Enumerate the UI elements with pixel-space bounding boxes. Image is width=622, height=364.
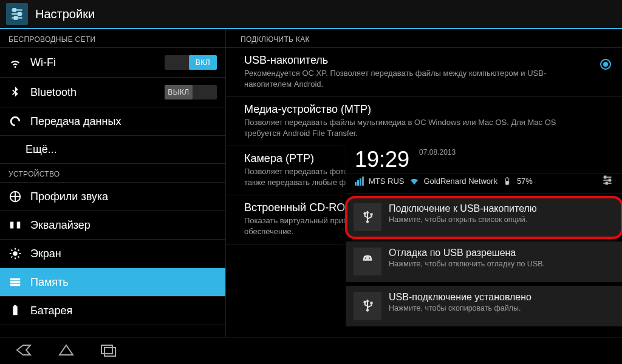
svg-rect-34: [101, 345, 112, 354]
equalizer-icon: [9, 218, 22, 232]
svg-rect-20: [10, 284, 21, 286]
svg-rect-5: [15, 16, 17, 19]
battery-icon: [9, 304, 22, 317]
nav-home-button[interactable]: [57, 343, 75, 359]
sound-profiles-icon: [9, 190, 22, 203]
page-title: Настройки: [35, 7, 95, 21]
svg-line-17: [11, 257, 12, 258]
quick-settings-button[interactable]: [601, 174, 613, 188]
wifi-toggle[interactable]: ВКЛ: [165, 55, 217, 70]
sidebar-item-label: Wi-Fi: [30, 56, 156, 69]
wifi-icon: [9, 56, 22, 69]
notification-shade: 19:29 07.08.2013 MTS RUS GoldRenard Netw…: [346, 143, 622, 326]
sidebar-item-label: Эквалайзер: [30, 219, 217, 232]
action-bar: Настройки: [0, 0, 622, 29]
usb-icon: [354, 203, 381, 231]
shade-status-icons: MTS RUS GoldRenard Network 57%: [346, 174, 622, 194]
sidebar-item-label: Батарея: [30, 305, 217, 317]
sidebar-item-label: Память: [30, 276, 217, 289]
sidebar-item-label: Передача данных: [30, 115, 217, 128]
svg-line-16: [18, 249, 19, 251]
sidebar-item-storage[interactable]: Память: [0, 268, 225, 297]
notification-title: USB-подключение установлено: [389, 292, 531, 303]
notification-desc: Нажмите, чтобы отключить отладку по USB.: [389, 260, 545, 268]
sidebar-item-datausage[interactable]: Передача данных: [0, 107, 225, 136]
sidebar-item-label: Bluetooth: [30, 86, 156, 99]
svg-rect-18: [10, 278, 21, 281]
notification-usb-storage[interactable]: Подключение к USB-накопителю Нажмите, чт…: [346, 197, 622, 238]
usb-icon: [354, 292, 381, 320]
system-navbar: [0, 337, 622, 364]
option-title: USB-накопитель: [244, 54, 593, 67]
settings-sidebar: БЕСПРОВОДНЫЕ СЕТИ Wi-Fi ВКЛ Bluetooth ВЫ…: [0, 29, 226, 337]
android-icon: [354, 248, 381, 275]
option-desc: Рекомендуется ОС XP. Позволяет передават…: [244, 68, 566, 89]
svg-rect-30: [609, 179, 611, 181]
svg-line-15: [18, 257, 19, 258]
option-mtp[interactable]: Медиа-устройство (MTP) Позволяет передав…: [226, 97, 622, 146]
svg-rect-1: [13, 8, 16, 11]
sidebar-item-wifi[interactable]: Wi-Fi ВКЛ: [0, 48, 225, 78]
sidebar-item-label: Профили звука: [30, 190, 217, 203]
sidebar-item-label: Экран: [30, 248, 217, 260]
wifi-network-label: GoldRenard Network: [424, 177, 497, 186]
svg-rect-21: [13, 306, 17, 315]
cell-signal-icon: [355, 177, 364, 186]
svg-point-32: [365, 258, 366, 259]
notification-adb[interactable]: Отладка по USB разрешена Нажмите, чтобы …: [346, 241, 622, 282]
nav-recents-button[interactable]: [100, 343, 118, 359]
svg-rect-35: [104, 348, 115, 356]
section-header-device: УСТРОЙСТВО: [0, 164, 225, 183]
option-title: Медиа-устройство (MTP): [244, 103, 611, 116]
sidebar-item-bluetooth[interactable]: Bluetooth ВЫКЛ: [0, 78, 225, 107]
svg-rect-22: [14, 305, 16, 306]
svg-rect-24: [506, 181, 508, 184]
sidebar-item-sound[interactable]: Профили звука: [0, 183, 225, 211]
bluetooth-icon: [9, 86, 22, 99]
battery-pct-label: 57%: [517, 177, 533, 186]
section-header-connect-as: ПОДКЛЮЧИТЬ КАК: [226, 29, 622, 48]
sidebar-item-display[interactable]: Экран: [0, 240, 225, 268]
notification-desc: Нажмите, чтобы открыть список опций.: [389, 215, 537, 224]
status-date: 07.08.2013: [419, 148, 456, 157]
carrier-label: MTS RUS: [369, 177, 405, 186]
notification-title: Подключение к USB-накопителю: [389, 203, 537, 214]
svg-rect-29: [604, 176, 606, 178]
storage-icon: [9, 275, 22, 289]
svg-point-33: [369, 258, 370, 259]
svg-line-14: [11, 249, 12, 251]
svg-point-9: [13, 251, 17, 255]
wifi-signal-icon: [409, 177, 419, 186]
section-header-wireless: БЕСПРОВОДНЫЕ СЕТИ: [0, 29, 225, 48]
sidebar-item-battery[interactable]: Батарея: [0, 297, 225, 325]
settings-app-icon: [6, 3, 28, 25]
svg-rect-7: [10, 222, 14, 229]
svg-rect-25: [507, 177, 508, 178]
option-desc: Позволяет передавать файлы мультимедиа в…: [244, 117, 566, 138]
shade-status-row: 19:29 07.08.2013: [346, 143, 622, 174]
display-icon: [9, 247, 22, 260]
battery-status-icon: [502, 177, 512, 186]
notification-desc: Нажмите, чтобы скопировать файлы.: [389, 304, 531, 312]
notification-title: Отладка по USB разрешена: [389, 248, 545, 258]
radio-icon: [600, 59, 611, 70]
svg-rect-19: [10, 281, 21, 283]
content-pane: ПОДКЛЮЧИТЬ КАК USB-накопитель Рекомендуе…: [226, 29, 622, 337]
sidebar-item-label: Ещё...: [26, 143, 217, 156]
svg-rect-3: [18, 13, 21, 15]
nav-back-button[interactable]: [15, 343, 33, 359]
svg-rect-8: [17, 222, 21, 229]
svg-rect-31: [606, 182, 608, 184]
notification-usb-connected[interactable]: USB-подключение установлено Нажмите, что…: [346, 286, 622, 326]
status-time: 19:29: [355, 147, 409, 172]
bluetooth-toggle[interactable]: ВЫКЛ: [165, 85, 217, 99]
sidebar-item-equalizer[interactable]: Эквалайзер: [0, 211, 225, 240]
data-usage-icon: [9, 115, 22, 128]
option-usb-mass-storage[interactable]: USB-накопитель Рекомендуется ОС XP. Позв…: [226, 48, 622, 97]
sidebar-item-more[interactable]: Ещё...: [0, 136, 225, 164]
